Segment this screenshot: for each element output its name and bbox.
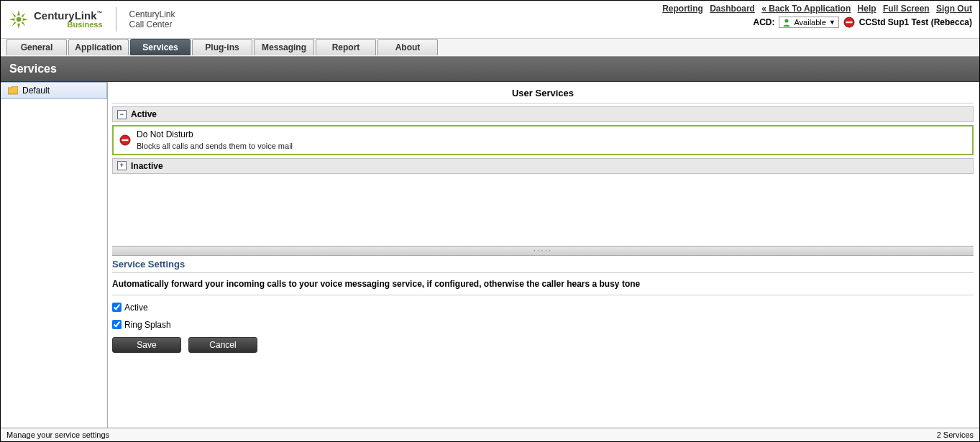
svg-point-0 <box>17 17 22 22</box>
settings-title: Service Settings <box>112 256 974 273</box>
group-inactive-header[interactable]: + Inactive <box>112 158 974 174</box>
back-to-app-link[interactable]: « Back To Application <box>761 4 851 14</box>
panel-title: User Services <box>112 85 974 103</box>
user-name: CCStd Sup1 Test (Rebecca) <box>859 17 972 27</box>
settings-description: Automatically forward your incoming call… <box>112 273 974 295</box>
app-line2: Call Center <box>129 19 175 29</box>
sidebar: Default <box>1 82 108 432</box>
service-desc: Blocks all calls and sends them to voice… <box>137 141 293 151</box>
service-do-not-disturb[interactable]: Do Not Disturb Blocks all calls and send… <box>112 125 974 155</box>
cancel-button[interactable]: Cancel <box>188 337 257 353</box>
user-icon <box>782 18 791 27</box>
reporting-link[interactable]: Reporting <box>662 4 703 14</box>
ring-splash-checkbox-label: Ring Splash <box>124 320 171 330</box>
sign-out-link[interactable]: Sign Out <box>936 4 972 14</box>
tab-about[interactable]: About <box>377 39 438 55</box>
page-title: Services <box>9 63 57 75</box>
active-checkbox[interactable] <box>112 303 122 312</box>
tab-messaging[interactable]: Messaging <box>254 39 314 55</box>
svg-rect-3 <box>846 22 852 23</box>
top-right: Reporting Dashboard « Back To Applicatio… <box>658 4 972 28</box>
status-left: Manage your service settings <box>6 431 109 439</box>
group-active-header[interactable]: − Active <box>112 106 974 122</box>
app-title: CenturyLink Call Center <box>129 9 175 30</box>
logo-block: CenturyLink™ Business CenturyLink Call C… <box>8 7 175 32</box>
content: User Services − Active Do Not Disturb Bl… <box>108 82 979 432</box>
status-bar: Manage your service settings 2 Services <box>1 428 979 441</box>
button-row: Save Cancel <box>112 337 974 353</box>
group-active-label: Active <box>131 109 157 119</box>
tab-general[interactable]: General <box>6 39 67 55</box>
logo-divider <box>116 7 116 32</box>
acd-status-select[interactable]: Available ▼ <box>779 17 838 28</box>
page-title-bar: Services <box>1 57 979 82</box>
save-button[interactable]: Save <box>112 337 181 353</box>
tab-bar: General Application Services Plug-ins Me… <box>1 38 979 57</box>
tab-plugins[interactable]: Plug-ins <box>192 39 252 55</box>
acd-label: ACD: <box>753 17 774 27</box>
splitter[interactable] <box>112 246 974 256</box>
svg-point-1 <box>785 19 789 23</box>
collapse-icon: − <box>117 110 127 119</box>
tab-report[interactable]: Report <box>316 39 376 55</box>
folder-icon <box>8 86 18 95</box>
top-bar: CenturyLink™ Business CenturyLink Call C… <box>1 1 979 38</box>
expand-icon: + <box>117 161 127 170</box>
active-check-row: Active <box>112 303 974 313</box>
group-inactive-label: Inactive <box>131 161 163 171</box>
dashboard-link[interactable]: Dashboard <box>710 4 755 14</box>
tab-application[interactable]: Application <box>68 39 129 55</box>
centurylink-logo-icon <box>8 9 29 30</box>
logo-text: CenturyLink™ Business <box>34 10 103 29</box>
tab-services[interactable]: Services <box>130 39 191 55</box>
help-link[interactable]: Help <box>858 4 876 14</box>
status-right: 2 Services <box>937 431 974 439</box>
acd-row: ACD: Available ▼ CCStd Sup1 Test (Rebecc… <box>658 17 972 28</box>
service-titles: Do Not Disturb Blocks all calls and send… <box>137 129 293 151</box>
brand-name: CenturyLink™ <box>34 10 103 21</box>
full-screen-link[interactable]: Full Screen <box>883 4 930 14</box>
top-links: Reporting Dashboard « Back To Applicatio… <box>658 4 972 14</box>
sidebar-item-default[interactable]: Default <box>1 82 107 99</box>
dnd-status-icon <box>843 17 855 28</box>
do-not-disturb-icon <box>119 134 131 146</box>
ring-splash-checkbox[interactable] <box>112 320 122 329</box>
svg-rect-5 <box>122 139 129 141</box>
service-name: Do Not Disturb <box>137 129 293 141</box>
brand-sub: Business <box>34 21 103 29</box>
main-area: Default User Services − Active Do Not Di… <box>1 82 979 432</box>
ring-splash-check-row: Ring Splash <box>112 320 974 330</box>
brand-tm: ™ <box>97 10 103 17</box>
sidebar-item-label: Default <box>22 86 50 96</box>
active-checkbox-label: Active <box>124 303 148 313</box>
acd-status-text: Available <box>794 18 825 27</box>
chevron-down-icon: ▼ <box>829 19 835 26</box>
app-line1: CenturyLink <box>129 9 175 19</box>
